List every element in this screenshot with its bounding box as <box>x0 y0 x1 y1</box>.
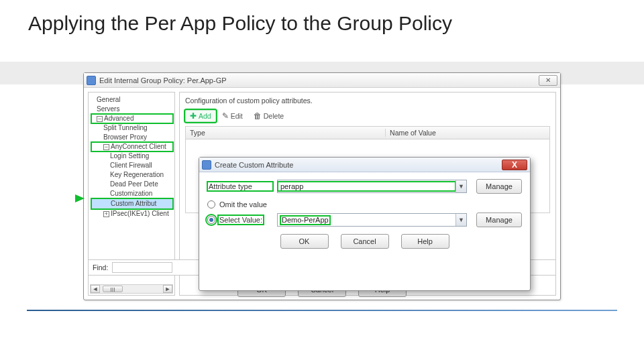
child-cancel-button[interactable]: Cancel <box>341 234 389 249</box>
child-help-button[interactable]: Help <box>401 234 449 249</box>
canvas: Edit Internal Group Policy: Per.App-GP ✕… <box>0 42 644 323</box>
expander-icon[interactable]: − <box>97 116 103 122</box>
tree-anyconnect[interactable]: −AnyConnect Client <box>91 142 173 152</box>
manage-value-button[interactable]: Manage <box>476 213 522 227</box>
tree-custom-attributes[interactable]: Custom Attribut <box>91 198 173 209</box>
tree-ipsec[interactable]: +IPsec(IKEv1) Client <box>91 209 173 219</box>
tree-key-regen[interactable]: Key Regeneration <box>91 170 173 180</box>
trash-icon: 🗑 <box>254 112 262 120</box>
tree-advanced[interactable]: −Advanced <box>91 114 173 123</box>
add-button[interactable]: ✚Add <box>185 110 216 122</box>
chevron-down-icon[interactable]: ▼ <box>455 180 466 192</box>
divider <box>27 310 617 311</box>
arrow-icon <box>75 194 85 202</box>
nav-tree[interactable]: General Servers −Advanced Split Tunnelin… <box>89 93 174 221</box>
chevron-down-icon[interactable]: ▼ <box>455 214 466 226</box>
attr-type-label: Attribute type <box>207 182 273 191</box>
grid-header: Type Name of Value <box>185 126 550 139</box>
child-form: Attribute type perapp ▼ Manage Omit the … <box>199 172 530 253</box>
attr-type-combo[interactable]: perapp ▼ <box>277 180 467 193</box>
app-icon <box>87 76 96 85</box>
col-name[interactable]: Name of Value <box>386 129 549 137</box>
plus-icon: ✚ <box>190 112 197 120</box>
tree-general[interactable]: General <box>91 95 173 105</box>
tree-dead-peer[interactable]: Dead Peer Dete <box>91 180 173 189</box>
panel-description: Configuration of custom policy attribute… <box>185 97 550 105</box>
tree-customization[interactable]: Customization <box>91 189 173 198</box>
edit-button[interactable]: ✎Edit <box>217 110 248 122</box>
radio-omit[interactable] <box>207 200 215 208</box>
parent-titlebar: Edit Internal Group Policy: Per.App-GP ✕ <box>84 73 560 88</box>
tree-login-setting[interactable]: Login Setting <box>91 152 173 161</box>
edit-icon: ✎ <box>222 112 229 120</box>
select-value-label: Select Value: <box>218 215 264 225</box>
child-ok-button[interactable]: OK <box>280 234 329 249</box>
omit-label: Omit the value <box>219 200 267 208</box>
parent-title: Edit Internal Group Policy: Per.App-GP <box>99 76 227 84</box>
select-value-combo[interactable]: Demo-PerApp ▼ <box>277 213 467 227</box>
child-titlebar: Create Custom Attribute X <box>199 158 530 172</box>
child-buttons: OK Cancel Help <box>207 234 522 249</box>
delete-button[interactable]: 🗑Delete <box>249 110 288 122</box>
child-title: Create Custom Attribute <box>215 161 293 169</box>
find-input[interactable] <box>112 262 172 273</box>
find-label: Find: <box>93 263 108 272</box>
child-dialog: Create Custom Attribute X Attribute type… <box>199 157 531 291</box>
select-value-wrap: Demo-PerApp <box>278 216 455 224</box>
attr-type-value: perapp <box>278 182 455 191</box>
close-icon[interactable]: X <box>502 160 527 170</box>
tree-browser-proxy[interactable]: Browser Proxy <box>91 133 173 142</box>
app-icon <box>202 160 211 170</box>
omit-radio-row[interactable]: Omit the value <box>207 200 522 208</box>
toolbar: ✚Add ✎Edit 🗑Delete <box>185 110 550 122</box>
tree-client-firewall[interactable]: Client Firewall <box>91 161 173 170</box>
tree-servers[interactable]: Servers <box>91 105 173 114</box>
close-icon[interactable]: ✕ <box>539 75 557 86</box>
manage-type-button[interactable]: Manage <box>476 179 522 194</box>
expander-icon[interactable]: − <box>103 144 109 150</box>
slide-title: Applying the Per App Policy to the Group… <box>28 12 644 35</box>
tree-split-tunneling[interactable]: Split Tunneling <box>91 123 173 133</box>
radio-select[interactable] <box>207 216 215 224</box>
expander-icon[interactable]: + <box>103 211 109 217</box>
select-value-text: Demo-PerApp <box>280 216 330 225</box>
col-type[interactable]: Type <box>186 129 386 137</box>
